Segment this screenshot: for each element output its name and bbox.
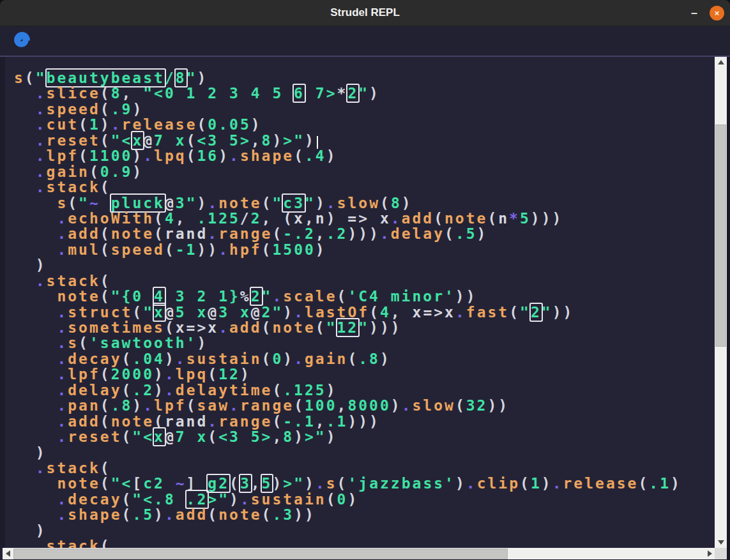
code-token: 8 xyxy=(262,132,273,149)
code-token xyxy=(14,163,36,180)
scroll-right-button[interactable] xyxy=(704,548,715,559)
code-token xyxy=(14,475,57,492)
code-token: ) xyxy=(391,397,402,414)
code-token: . xyxy=(36,101,47,117)
code-line: .lpf(1100).lpq(16).shape(.4) xyxy=(0,148,681,163)
code-token: ( xyxy=(186,132,197,149)
code-token: (x=>x xyxy=(165,319,218,336)
code-token: )) xyxy=(552,304,574,321)
code-line: s("~ pluck@3").note("c3").slow(8) xyxy=(0,195,681,211)
code-token: .5 xyxy=(455,225,477,242)
code-token xyxy=(14,273,36,289)
vertical-scrollbar-thumb[interactable] xyxy=(715,125,726,347)
code-token xyxy=(14,413,57,430)
code-token: ( xyxy=(509,304,520,321)
code-token: . xyxy=(36,85,47,102)
code-token: 'sawtooth' xyxy=(89,335,197,351)
code-token: ( xyxy=(100,241,111,258)
code-token: .1 xyxy=(649,475,671,492)
code-token: .4 xyxy=(305,148,326,164)
code-token: . xyxy=(57,397,68,414)
code-token xyxy=(197,475,208,492)
code-token xyxy=(14,241,57,258)
active-token-highlight: x xyxy=(132,132,143,149)
vertical-scrollbar[interactable] xyxy=(715,57,727,548)
code-token xyxy=(14,491,57,508)
code-token: . xyxy=(36,163,47,180)
code-token: ) xyxy=(14,257,47,273)
code-token: / xyxy=(240,210,251,227)
code-token: " xyxy=(143,304,154,321)
code-token xyxy=(14,116,36,133)
horizontal-scrollbar-thumb[interactable] xyxy=(13,549,508,559)
code-token: n xyxy=(498,210,509,227)
code-token: sometimes xyxy=(68,319,165,336)
code-token: 0.05 xyxy=(208,116,250,133)
code-token: "{0 xyxy=(111,288,154,305)
code-token: 3 2 1} xyxy=(165,288,240,305)
code-token: slice xyxy=(47,85,100,102)
code-token: . xyxy=(208,413,218,430)
code-line: .gain(0.9) xyxy=(0,164,681,179)
code-token: .2 xyxy=(132,382,154,398)
active-token-highlight: .2 xyxy=(186,491,208,508)
scroll-up-button[interactable] xyxy=(715,57,727,68)
code-token: speed xyxy=(47,101,100,117)
code-token: 'jazzbass' xyxy=(347,475,455,492)
code-token: >" xyxy=(208,491,229,508)
code-token: ( xyxy=(132,304,143,321)
code-token: 3 x xyxy=(218,304,251,321)
code-token: ( xyxy=(337,288,348,305)
scroll-down-button[interactable] xyxy=(715,537,727,548)
code-token: . xyxy=(36,273,47,289)
code-token: * xyxy=(509,210,520,227)
code-token: )) xyxy=(487,397,509,414)
code-token: . xyxy=(402,397,413,414)
close-button[interactable]: × xyxy=(710,6,724,20)
code-line: .stack( xyxy=(0,538,681,548)
code-token: ( xyxy=(197,116,208,133)
code-token: reset xyxy=(47,132,100,149)
code-token: .3 xyxy=(272,506,294,523)
code-token xyxy=(14,428,57,445)
active-token-highlight: 6 xyxy=(294,85,305,102)
horizontal-scrollbar[interactable] xyxy=(3,548,715,559)
code-token: . xyxy=(552,475,563,492)
code-token: slow xyxy=(337,195,380,211)
code-token: . xyxy=(466,475,477,492)
code-token: " xyxy=(272,304,283,321)
code-token: -1 xyxy=(176,241,197,258)
code-token: ( xyxy=(100,413,111,430)
code-token: . xyxy=(57,366,68,382)
code-token: <3 5> xyxy=(197,132,251,149)
active-token-highlight: x xyxy=(154,304,165,321)
code-token: ( xyxy=(100,101,111,117)
code-token: 'C4 minor' xyxy=(347,288,455,305)
code-token: 8 xyxy=(283,428,294,445)
code-token: . xyxy=(326,195,337,211)
code-token: ( xyxy=(165,241,176,258)
code-token: ) xyxy=(316,241,326,258)
code-token: s xyxy=(326,475,337,492)
code-token: @ xyxy=(165,304,176,321)
scroll-left-button[interactable] xyxy=(3,548,13,559)
code-token: 8 xyxy=(391,195,402,211)
code-token: hpf xyxy=(229,241,262,258)
code-token: ( xyxy=(272,382,283,398)
code-line: .lpf(2000).lpq(12) xyxy=(0,367,681,382)
code-token: . xyxy=(36,148,47,164)
code-line: .reset("<x@7 x(<3 5>,8)>") xyxy=(0,429,681,444)
code-editor[interactable]: s("beautybeast/8") .slice(8, "<0 1 2 3 4… xyxy=(0,57,715,548)
title-bar[interactable]: Strudel REPL – × xyxy=(0,0,730,26)
code-token: ) xyxy=(305,475,316,492)
code-token: @ xyxy=(143,132,154,149)
code-token: ( xyxy=(262,319,273,336)
code-token xyxy=(14,85,36,102)
code-token: range xyxy=(240,397,294,414)
minimize-button[interactable]: – xyxy=(685,0,703,26)
code-token: ) xyxy=(14,444,47,461)
code-token: . xyxy=(165,506,176,523)
code-token: ))) xyxy=(347,413,380,430)
code-token: ) xyxy=(455,475,466,492)
code-token: 2000 xyxy=(111,366,154,382)
